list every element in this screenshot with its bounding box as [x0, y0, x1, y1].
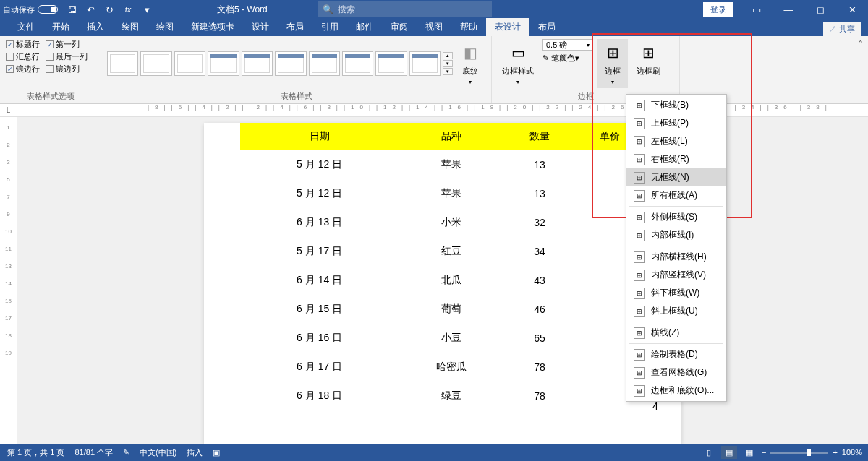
- table-cell[interactable]: 78: [504, 353, 574, 382]
- table-cell[interactable]: 43: [504, 266, 574, 295]
- status-proofing-icon[interactable]: ✎: [123, 448, 129, 457]
- table-cell[interactable]: 苹果: [399, 150, 504, 179]
- qat-more-icon[interactable]: ▾: [140, 3, 153, 16]
- status-words[interactable]: 81/81 个字: [75, 447, 113, 458]
- dropdown-item-N[interactable]: ⊞无框线(N): [626, 168, 726, 186]
- table-cell[interactable]: 65: [504, 324, 574, 353]
- tab-文件[interactable]: 文件: [9, 18, 43, 36]
- table-row[interactable]: 6 月 14 日北瓜43: [240, 266, 645, 295]
- minimize-button[interactable]: —: [773, 0, 804, 19]
- table-cell[interactable]: 北瓜: [399, 266, 504, 295]
- login-button[interactable]: 登录: [703, 2, 733, 17]
- chevron-up-icon[interactable]: ▴: [443, 52, 453, 59]
- tab-布局[interactable]: 布局: [278, 18, 312, 36]
- status-macro-icon[interactable]: ▣: [213, 448, 220, 457]
- border-painter-button[interactable]: ⊞ 边框刷: [632, 39, 665, 79]
- table-row[interactable]: 6 月 15 日葡萄46: [240, 295, 645, 324]
- tab-插入[interactable]: 插入: [78, 18, 113, 36]
- dropdown-item-W[interactable]: ⊞斜下框线(W): [626, 284, 726, 302]
- table-cell[interactable]: 78: [504, 382, 574, 410]
- tab-设计[interactable]: 设计: [243, 18, 278, 36]
- table-row[interactable]: 6 月 17 日哈密瓜78: [240, 353, 645, 382]
- style-thumb[interactable]: [309, 51, 340, 76]
- table-cell[interactable]: 13: [504, 179, 574, 208]
- borders-button[interactable]: ⊞ 边框 ▾: [597, 39, 628, 88]
- view-web-icon[interactable]: ▦: [741, 446, 757, 459]
- table-row[interactable]: 5 月 12 日苹果13: [240, 150, 645, 179]
- zoom-slider[interactable]: [770, 452, 828, 454]
- dropdown-item-U[interactable]: ⊞斜上框线(U): [626, 302, 726, 320]
- pen-color-button[interactable]: ✎ 笔颜色▾: [542, 53, 593, 64]
- gallery-scroll[interactable]: ▴ ▾ ▾: [443, 52, 453, 75]
- dropdown-item-H[interactable]: ⊞内部横框线(H): [626, 248, 726, 266]
- share-button[interactable]: ↗ 共享: [823, 22, 861, 36]
- dropdown-item-O[interactable]: ⊞边框和底纹(O)...: [626, 382, 726, 400]
- table-cell[interactable]: 34: [504, 237, 574, 266]
- style-thumb[interactable]: [275, 51, 306, 76]
- dropdown-item-P[interactable]: ⊞上框线(P): [626, 114, 726, 132]
- dropdown-item-I[interactable]: ⊞内部框线(I): [626, 226, 726, 244]
- tab-布局[interactable]: 布局: [529, 18, 564, 36]
- table-row[interactable]: 5 月 12 日苹果13: [240, 179, 645, 208]
- tab-邮件[interactable]: 邮件: [347, 18, 382, 36]
- dropdown-item-R[interactable]: ⊞右框线(R): [626, 150, 726, 168]
- style-thumb[interactable]: [375, 51, 407, 76]
- chevron-down-icon[interactable]: ▾: [443, 60, 453, 67]
- shading-button[interactable]: ◧ 底纹 ▾: [455, 39, 485, 88]
- collapse-ribbon-icon[interactable]: ⌃: [857, 39, 864, 48]
- table-cell[interactable]: 小豆: [399, 324, 504, 353]
- table-cell[interactable]: 红豆: [399, 237, 504, 266]
- checkbox-header-row[interactable]: ✓标题行: [6, 39, 40, 50]
- table-cell[interactable]: 苹果: [399, 179, 504, 208]
- table-header-cell[interactable]: 日期: [240, 123, 399, 150]
- table-cell[interactable]: 6 月 13 日: [240, 208, 399, 237]
- table-cell[interactable]: 46: [504, 295, 574, 324]
- close-button[interactable]: ✕: [836, 0, 868, 19]
- tab-引用[interactable]: 引用: [312, 18, 347, 36]
- table-cell[interactable]: 5 月 12 日: [240, 179, 399, 208]
- view-print-icon[interactable]: ▤: [721, 446, 737, 459]
- tab-表设计[interactable]: 表设计: [486, 18, 529, 36]
- dropdown-item-Z[interactable]: ⊞横线(Z): [626, 324, 726, 342]
- page-viewport[interactable]: 日期品种数量单价 5 月 12 日苹果135 月 12 日苹果136 月 13 …: [17, 117, 868, 444]
- undo-icon[interactable]: ↶: [84, 3, 97, 16]
- search-box[interactable]: 🔍 搜索: [318, 1, 492, 17]
- border-styles-button[interactable]: ▭ 边框样式 ▾: [498, 39, 538, 88]
- dropdown-item-A[interactable]: ⊞所有框线(A): [626, 186, 726, 204]
- status-language[interactable]: 中文(中国): [140, 447, 176, 458]
- data-table[interactable]: 日期品种数量单价 5 月 12 日苹果135 月 12 日苹果136 月 13 …: [240, 123, 645, 410]
- table-cell[interactable]: 6 月 14 日: [240, 266, 399, 295]
- tab-视图[interactable]: 视图: [417, 18, 451, 36]
- checkbox-total-row[interactable]: 汇总行: [6, 51, 40, 62]
- table-row[interactable]: 6 月 13 日小米32: [240, 208, 645, 237]
- style-thumb[interactable]: [107, 51, 138, 76]
- vertical-ruler[interactable]: 1235791011131415171819: [0, 117, 17, 444]
- dropdown-item-V[interactable]: ⊞内部竖框线(V): [626, 266, 726, 284]
- tab-帮助[interactable]: 帮助: [451, 18, 486, 36]
- checkbox-last-col[interactable]: 最后一列: [46, 51, 88, 62]
- table-cell[interactable]: 小米: [399, 208, 504, 237]
- table-cell[interactable]: 6 月 15 日: [240, 295, 399, 324]
- table-header-cell[interactable]: 品种: [399, 123, 504, 150]
- style-thumb[interactable]: [140, 51, 171, 76]
- checkbox-banded-col[interactable]: 镶边列: [46, 64, 80, 74]
- table-cell[interactable]: 5 月 12 日: [240, 150, 399, 179]
- dropdown-item-G[interactable]: ⊞查看网格线(G): [626, 363, 726, 382]
- table-cell[interactable]: 32: [504, 208, 574, 237]
- table-cell[interactable]: 6 月 17 日: [240, 353, 399, 382]
- border-weight-select[interactable]: 0.5 磅▾: [542, 39, 593, 51]
- table-header-cell[interactable]: 数量: [504, 123, 574, 150]
- horizontal-ruler[interactable]: |8||6||4||2|||2||4||6||8||10||12||14||16…: [17, 104, 868, 116]
- dropdown-item-L[interactable]: ⊞左框线(L): [626, 132, 726, 150]
- checkbox-banded-row[interactable]: ✓镶边行: [6, 64, 40, 74]
- styles-gallery[interactable]: ▴ ▾ ▾ ◧ 底纹 ▾: [107, 39, 485, 88]
- tab-审阅[interactable]: 审阅: [382, 18, 417, 36]
- table-cell[interactable]: 哈密瓜: [399, 353, 504, 382]
- table-cell[interactable]: 绿豆: [399, 382, 504, 410]
- zoom-level[interactable]: 108%: [842, 448, 862, 457]
- view-focus-icon[interactable]: ▯: [701, 446, 717, 459]
- style-thumb[interactable]: [342, 51, 373, 76]
- table-cell[interactable]: 13: [504, 150, 574, 179]
- ribbon-display-icon[interactable]: ▭: [741, 0, 773, 19]
- table-cell[interactable]: 5 月 17 日: [240, 237, 399, 266]
